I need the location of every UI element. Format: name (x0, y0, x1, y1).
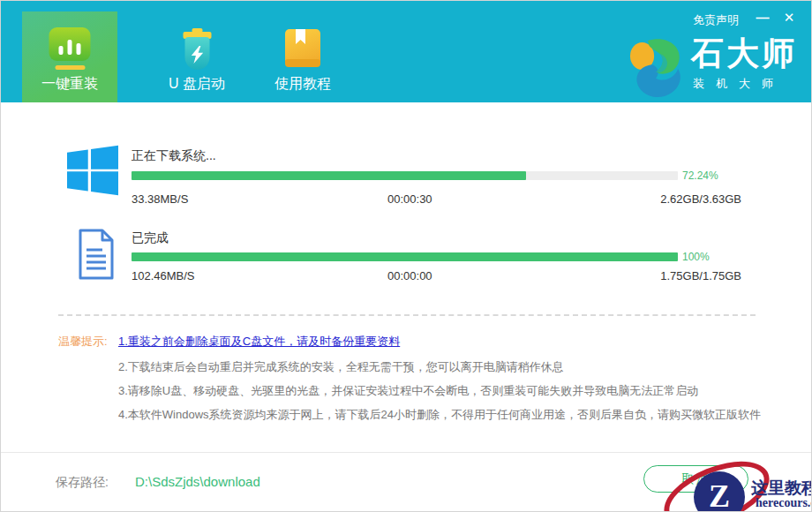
progress-fill (132, 252, 678, 261)
footer-divider (1, 452, 811, 453)
progress-fill (132, 171, 526, 180)
progress-percent: 100% (682, 251, 710, 263)
time-remaining: 00:00:00 (387, 269, 432, 282)
task-title: 正在下载系统... (132, 148, 216, 164)
watermark-site-name: 这里教程网 (751, 477, 812, 500)
tip-item-3: 3.请移除U盘、移动硬盘、光驱里的光盘，并保证安装过程中不会断电，否则重装可能失… (118, 383, 698, 399)
watermark-site-url: herecours.com (756, 496, 812, 510)
tab-one-key-reinstall[interactable]: 一键重装 (22, 11, 117, 102)
progress-percent: 72.24% (682, 169, 718, 182)
tip-item-2: 2.下载结束后会自动重启并完成系统的安装，全程无需干预，您可以离开电脑请稍作休息 (118, 359, 564, 375)
minimize-button[interactable]: — (753, 8, 772, 27)
download-speed: 102.46MB/S (132, 269, 195, 282)
download-progress-bar (132, 171, 678, 180)
tab-label: 使用教程 (255, 75, 350, 94)
save-path-label: 保存路径: (56, 475, 109, 491)
size-progress: 2.62GB/3.63GB (660, 192, 741, 206)
size-progress: 1.75GB/1.75GB (660, 269, 741, 282)
disclaimer-link[interactable]: 免责声明 (693, 12, 739, 28)
brand-title: 石大师 (691, 36, 797, 72)
dashed-divider (58, 314, 756, 316)
windows-logo-icon (67, 145, 118, 196)
close-button[interactable]: ✕ (779, 8, 799, 27)
tips-label: 温馨提示: (58, 334, 108, 350)
reinstall-chart-icon (49, 27, 91, 70)
usb-boot-icon (177, 27, 218, 69)
header-bar: 一键重装 U 盘启动 使用教程 免责声明 — ✕ (1, 1, 811, 102)
download-speed: 33.38MB/S (132, 192, 188, 206)
tab-label: U 盘启动 (149, 75, 244, 94)
tab-tutorial[interactable]: 使用教程 (255, 11, 350, 102)
brand-logo: 石大师 装机大师 (629, 36, 797, 102)
completed-progress-bar (132, 252, 678, 261)
tab-usb-boot[interactable]: U 盘启动 (149, 11, 244, 102)
tip-item-4: 4.本软件Windows系统资源均来源于网上，请下载后24小时删除，不得用于任何… (118, 407, 761, 423)
tip-item-1: 1.重装之前会删除桌面及C盘文件，请及时备份重要资料 (118, 334, 400, 350)
brand-logo-icon (629, 38, 684, 102)
document-icon (75, 227, 117, 282)
brand-subtitle: 装机大师 (691, 76, 797, 92)
tutorial-book-icon (283, 27, 322, 69)
save-path-value[interactable]: D:\SdsZjds\download (135, 474, 260, 489)
task-title: 已完成 (132, 230, 169, 246)
cancel-button[interactable]: 取消 (643, 465, 748, 493)
time-remaining: 00:00:30 (387, 192, 432, 206)
tab-label: 一键重装 (22, 75, 117, 94)
app-window: 一键重装 U 盘启动 使用教程 免责声明 — ✕ (0, 0, 812, 512)
